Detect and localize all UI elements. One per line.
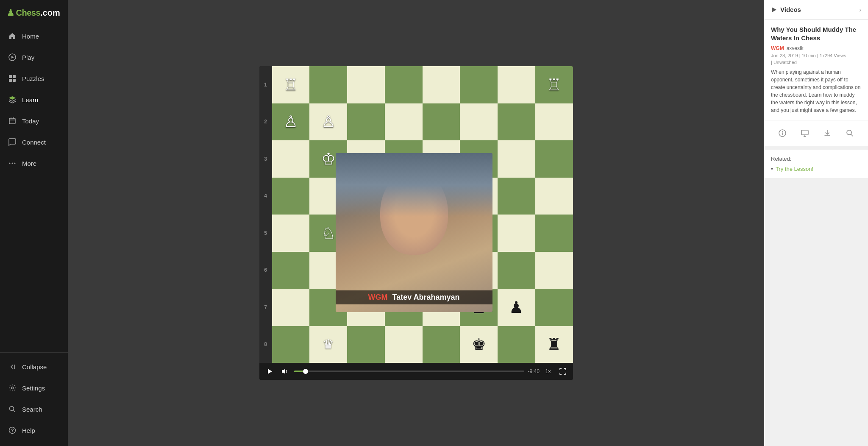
video-controls-bar: -9:40 1x — [259, 363, 573, 380]
board-cell-r4c8 — [535, 178, 573, 215]
sidebar-item-home[interactable]: Home — [0, 25, 68, 47]
sidebar-item-learn[interactable]: Learn — [0, 89, 68, 110]
try-lesson-link[interactable]: Try the Lesson! — [776, 166, 813, 172]
right-panel: Videos › Why You Should Muddy The Waters… — [764, 0, 868, 446]
download-action-button[interactable] — [821, 126, 834, 140]
home-icon — [8, 31, 17, 41]
video-date: Jun 28, 2019 — [771, 53, 798, 58]
presenter-name: Tatev Abrahamyan — [392, 293, 459, 301]
board-cell-r6c1 — [272, 252, 310, 289]
board-cell-r3c8 — [535, 140, 573, 178]
fullscreen-button[interactable] — [557, 366, 569, 376]
related-bullet: • — [771, 165, 773, 172]
piece-white-pawn-r2c2: ♙ — [321, 114, 336, 130]
logo-area: ♟ Chess.com — [0, 0, 68, 22]
piece-black-pawn-r7c7: ♟ — [509, 299, 523, 315]
playback-speed[interactable]: 1x — [543, 368, 554, 375]
sidebar-item-connect[interactable]: Connect — [0, 131, 68, 153]
video-stats: Jun 28, 2019 | 10 min | 17294 Views — [771, 53, 861, 58]
sidebar-label-connect: Connect — [22, 139, 46, 146]
svg-rect-21 — [801, 130, 808, 135]
related-link-row: • Try the Lesson! — [771, 165, 861, 172]
current-time: -9:40 — [528, 368, 539, 374]
board-cell-r2c6 — [460, 103, 498, 141]
sidebar-bottom: Collapse Settings Search — [0, 352, 68, 446]
sidebar-label-help: Help — [22, 427, 35, 434]
svg-rect-5 — [13, 79, 16, 82]
presenter-face — [336, 153, 492, 312]
piece-white-rook-r1c8: ♖ — [547, 77, 561, 93]
sidebar-item-search[interactable]: Search — [0, 399, 68, 420]
board-cell-r2c7 — [498, 103, 535, 141]
search-action-button[interactable] — [843, 126, 857, 140]
svg-line-13 — [14, 410, 16, 413]
info-action-button[interactable] — [776, 126, 789, 140]
sidebar-item-collapse[interactable]: Collapse — [0, 356, 68, 377]
sidebar-item-today[interactable]: Today — [0, 110, 68, 131]
board-cell-r3c1 — [272, 140, 310, 178]
sidebar-nav: Home Play Puzzles — [0, 22, 68, 352]
watch-status: | Unwatched — [771, 60, 861, 65]
sidebar-item-help[interactable]: ? Help — [0, 420, 68, 441]
board-cell-r7c1 — [272, 289, 310, 326]
video-description: When playing against a human opponent, s… — [771, 68, 861, 114]
board-cell-r1c3 — [347, 66, 385, 103]
play-pause-button[interactable] — [264, 366, 275, 376]
board-cell-r8c6: ♚ — [460, 326, 498, 363]
sidebar-item-more[interactable]: More — [0, 153, 68, 174]
svg-point-12 — [10, 407, 14, 411]
svg-point-22 — [847, 130, 851, 135]
board-cell-r2c3 — [347, 103, 385, 141]
related-section: Related: • Try the Lesson! — [764, 150, 868, 178]
piece-white-pawn-r2c1: ♙ — [284, 114, 298, 130]
volume-button[interactable] — [279, 366, 291, 376]
sidebar-label-collapse: Collapse — [22, 363, 47, 371]
board-cell-r6c8 — [535, 252, 573, 289]
board-cell-r1c2 — [309, 66, 347, 103]
author-name: axvesik — [787, 45, 804, 51]
svg-marker-1 — [11, 56, 14, 59]
presenter-webcam: WGM Tatev Abrahamyan — [336, 153, 492, 312]
help-icon: ? — [8, 426, 17, 435]
settings-icon — [8, 383, 17, 393]
svg-marker-17 — [282, 369, 285, 374]
board-cell-r2c5 — [423, 103, 460, 141]
svg-marker-16 — [268, 369, 272, 374]
collapse-icon — [8, 362, 17, 371]
board-cell-r4c7 — [498, 178, 535, 215]
board-cell-r7c8 — [535, 289, 573, 326]
logo-brand-chess: Chess — [16, 8, 41, 17]
sidebar: ♟ Chess.com Home Play — [0, 0, 68, 446]
svg-rect-6 — [9, 118, 15, 124]
svg-point-8 — [12, 163, 13, 164]
svg-rect-3 — [13, 75, 16, 78]
board-cell-r6c7 — [498, 252, 535, 289]
learn-icon — [8, 95, 17, 104]
board-cell-r1c4 — [385, 66, 423, 103]
main-content: 1 2 3 4 5 6 7 8 ♖ ♖ — [68, 0, 764, 446]
panel-title: Videos — [771, 6, 801, 13]
monitor-action-button[interactable] — [798, 126, 812, 140]
svg-marker-18 — [772, 7, 776, 12]
board-cell-r1c8: ♖ — [535, 66, 573, 103]
sidebar-label-home: Home — [22, 33, 39, 40]
sidebar-item-puzzles[interactable]: Puzzles — [0, 68, 68, 89]
svg-point-11 — [11, 387, 14, 389]
video-player[interactable]: 1 2 3 4 5 6 7 8 ♖ ♖ — [259, 66, 573, 380]
sidebar-label-search: Search — [22, 406, 42, 413]
sidebar-label-learn: Learn — [22, 96, 38, 103]
play-panel-icon — [771, 7, 777, 13]
board-cell-r2c8 — [535, 103, 573, 141]
piece-white-king: ♔ — [321, 151, 336, 167]
sidebar-label-play: Play — [22, 54, 34, 61]
piece-white-queen-r8c2: ♛ — [323, 338, 334, 351]
panel-chevron-icon: › — [859, 6, 861, 13]
sidebar-item-settings[interactable]: Settings — [0, 377, 68, 399]
today-icon — [8, 116, 17, 125]
progress-bar[interactable] — [294, 371, 525, 372]
panel-header-label: Videos — [780, 6, 801, 13]
rank-labels: 1 2 3 4 5 6 7 8 — [259, 66, 272, 363]
board-cell-r1c5 — [423, 66, 460, 103]
sidebar-item-play[interactable]: Play — [0, 47, 68, 68]
board-cell-r8c3 — [347, 326, 385, 363]
